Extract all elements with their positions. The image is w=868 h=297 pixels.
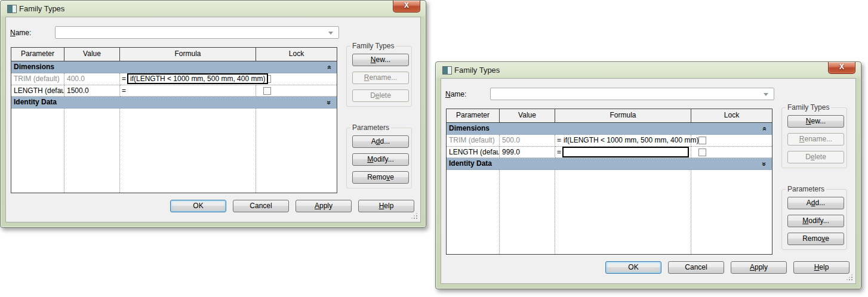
btn-label-part: d...	[380, 137, 390, 146]
delete-button[interactable]: Delete	[352, 89, 409, 102]
btn-label-part: odify...	[373, 155, 393, 163]
header-lock[interactable]: Lock	[256, 48, 337, 61]
cell-lock	[691, 147, 772, 158]
name-combobox[interactable]	[490, 88, 774, 100]
table-empty-cell	[64, 109, 120, 193]
dropdown-arrow-icon[interactable]	[764, 93, 768, 96]
help-button[interactable]: Help	[793, 261, 849, 274]
cell-lock	[256, 85, 337, 97]
group-row-dimensions[interactable]: Dimensions »	[447, 123, 772, 135]
resize-grip[interactable]	[846, 274, 853, 281]
rename-button[interactable]: Rename...	[352, 72, 409, 84]
btn-label-part: e	[390, 173, 394, 181]
groupbox-label: Family Types	[786, 103, 831, 112]
cell-parameter: TRIM (default)	[11, 73, 64, 85]
collapse-chevron-icon[interactable]: »	[761, 125, 768, 132]
header-formula[interactable]: Formula	[555, 109, 691, 122]
cell-value[interactable]: 1500.0	[64, 85, 120, 97]
table-empty-cell	[256, 109, 337, 193]
btn-label-part: lete	[815, 153, 826, 161]
name-combobox[interactable]	[55, 26, 339, 39]
rename-button[interactable]: Rename...	[787, 133, 844, 146]
lock-checkbox[interactable]	[263, 87, 271, 95]
btn-label-part: OK	[193, 202, 203, 210]
btn-label-part: D	[805, 153, 811, 161]
table-empty-area	[11, 109, 337, 193]
cell-parameter: LENGTH (defaul	[11, 85, 64, 97]
formula-edit-input[interactable]	[562, 147, 689, 157]
btn-label-part: e	[375, 91, 380, 100]
help-button[interactable]: Help	[358, 200, 414, 212]
group-row-identity-data[interactable]: Identity Data »	[447, 158, 772, 170]
table-row-length: LENGTH (defaul 999.0 =	[447, 147, 772, 158]
header-parameter[interactable]: Parameter	[11, 48, 64, 61]
resize-grip[interactable]	[411, 212, 418, 219]
ok-button[interactable]: OK	[170, 200, 226, 212]
collapse-chevron-icon[interactable]: »	[325, 64, 333, 71]
table-empty-cell	[555, 170, 691, 254]
btn-label-part: Remo	[802, 234, 821, 243]
cancel-button[interactable]: Cancel	[668, 261, 724, 274]
formula-edit-input[interactable]: if(LENGTH < 1000 mm, 500 mm, 400 mm)	[127, 73, 268, 84]
apply-button[interactable]: Apply	[296, 200, 352, 212]
header-parameter[interactable]: Parameter	[447, 109, 500, 122]
btn-label-part: A	[371, 137, 376, 146]
cell-value[interactable]: 999.0	[500, 147, 555, 158]
ok-button[interactable]: OK	[605, 261, 661, 274]
label-part: N	[10, 29, 16, 37]
lock-checkbox[interactable]	[698, 148, 706, 156]
btn-label-part: ew...	[811, 117, 826, 125]
modify-button[interactable]: Modify...	[787, 215, 844, 227]
add-button[interactable]: Add...	[787, 197, 844, 209]
expand-chevron-icon[interactable]: »	[761, 160, 768, 168]
cancel-button[interactable]: Cancel	[233, 200, 289, 212]
btn-label-part: elp	[384, 202, 393, 210]
dropdown-arrow-icon[interactable]	[328, 32, 333, 35]
lock-checkbox[interactable]	[698, 137, 706, 144]
expand-chevron-icon[interactable]: »	[325, 99, 333, 106]
name-label: Name:	[445, 90, 466, 98]
formula-text: if(LENGTH < 1000 mm, 500 mm, 400 mm)	[564, 135, 698, 146]
btn-label-part: Cancel	[250, 202, 272, 210]
btn-label-part: e	[825, 234, 829, 243]
cell-formula[interactable]: =	[120, 85, 256, 97]
header-lock[interactable]: Lock	[691, 109, 772, 122]
group-row-dimensions[interactable]: Dimensions »	[11, 61, 337, 73]
remove-button[interactable]: Remove	[787, 233, 844, 245]
new-button[interactable]: New...	[787, 115, 844, 128]
btn-label-part: ename...	[804, 135, 832, 143]
modify-button[interactable]: Modify...	[352, 153, 409, 166]
title-bar[interactable]: Family Types X	[1, 1, 426, 17]
table-empty-cell	[500, 170, 555, 254]
cell-formula[interactable]: =	[555, 147, 691, 158]
new-button[interactable]: New...	[352, 54, 409, 66]
header-value[interactable]: Value	[64, 48, 120, 61]
btn-label-part: Remo	[367, 173, 386, 181]
cell-value[interactable]: 500.0	[500, 135, 555, 147]
remove-button[interactable]: Remove	[352, 171, 409, 184]
close-icon[interactable]: X	[393, 1, 420, 13]
family-types-icon	[7, 5, 17, 13]
apply-button[interactable]: Apply	[731, 261, 787, 274]
btn-label-part: M	[367, 155, 373, 163]
btn-label-part: d	[811, 199, 815, 207]
close-icon[interactable]: X	[828, 62, 855, 74]
cell-value[interactable]: 400.0	[64, 73, 120, 85]
add-button[interactable]: Add...	[352, 135, 409, 148]
group-label: Identity Data	[14, 98, 57, 106]
btn-label-part: Cancel	[685, 263, 707, 271]
label-part: ame:	[451, 90, 467, 98]
group-row-identity-data[interactable]: Identity Data »	[11, 97, 337, 109]
delete-button[interactable]: Delete	[787, 151, 844, 163]
table-empty-cell	[447, 170, 500, 254]
header-formula[interactable]: Formula	[120, 48, 256, 61]
cell-formula[interactable]: = if(LENGTH < 1000 mm, 500 mm, 400 mm)	[120, 73, 256, 85]
btn-label-part: M	[802, 216, 808, 225]
title-bar[interactable]: Family Types X	[436, 62, 861, 78]
equals-sign: =	[122, 85, 126, 97]
header-value[interactable]: Value	[500, 109, 555, 122]
btn-label-part: OK	[628, 263, 638, 271]
cell-formula[interactable]: = if(LENGTH < 1000 mm, 500 mm, 400 mm)	[555, 135, 691, 147]
btn-label-part: lete	[380, 91, 391, 100]
group-label: Identity Data	[449, 159, 492, 168]
